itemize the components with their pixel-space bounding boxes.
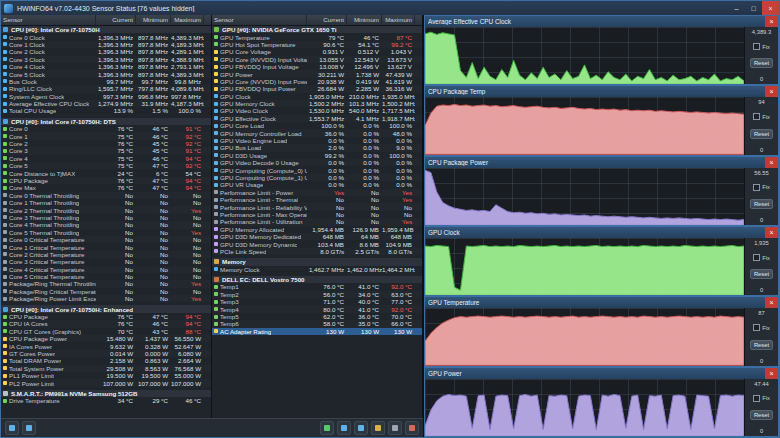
section-header[interactable]: DELL EC: DELL Vostro 7500: [212, 276, 422, 283]
sensor-row[interactable]: CPU IA Cores76 °C46 °C94 °C: [1, 320, 211, 327]
graph-titlebar[interactable]: CPU Package Power ×: [425, 157, 778, 168]
gear-icon[interactable]: [388, 421, 402, 435]
sensor-row[interactable]: Performance Limit - ThermalNoNoYes: [212, 196, 422, 203]
sensor-row[interactable]: Package/Ring Thermal ThrottlingNoNoYes: [1, 280, 211, 287]
checkbox-icon[interactable]: [753, 113, 760, 120]
sensor-row[interactable]: GPU Computing (Compute_1) Usage0.0 %0.0 …: [212, 174, 422, 181]
sensor-row[interactable]: GT Cores Power0.014 W0.000 W6.080 W: [1, 350, 211, 357]
sensor-row[interactable]: AC Adapter Rating130 W130 W130 W: [212, 328, 422, 335]
maximize-button[interactable]: □: [745, 1, 762, 15]
sensor-row[interactable]: Core 076 °C46 °C91 °C: [1, 125, 211, 132]
close-icon[interactable]: ×: [765, 157, 778, 168]
sensor-row[interactable]: Core 475 °C46 °C94 °C: [1, 155, 211, 162]
sensor-row[interactable]: Temp256.0 °C34.0 °C63.0 °C: [212, 291, 422, 298]
sensor-row[interactable]: Core 1 Clock1,396.3 MHz897.8 MHz4,189.3 …: [1, 41, 211, 48]
sensor-row[interactable]: GPU Core (NVVDD) Input Voltage13.055 V12…: [212, 56, 422, 63]
sensor-row[interactable]: Core 5 Critical TemperatureNoNoNo: [1, 273, 211, 280]
sensor-row[interactable]: PCIe Link Speed8.0 GT/s2.5 GT/s8.0 GT/s: [212, 248, 422, 255]
reset-button[interactable]: Reset: [750, 58, 773, 68]
close-icon[interactable]: ×: [765, 227, 778, 238]
sensor-row[interactable]: Core 2 Clock1,396.3 MHz897.8 MHz4,289.1 …: [1, 48, 211, 55]
column-header-sensor[interactable]: Sensor: [212, 15, 307, 25]
sensor-row[interactable]: PL2 Power Limit107.000 W107.000 W107.000…: [1, 379, 211, 386]
sensor-row[interactable]: Drive Temperature34 °C29 °C46 °C: [1, 397, 211, 404]
sensor-row[interactable]: Bus Clock99.7 MHz99.7 MHz99.8 MHz: [1, 78, 211, 85]
column-header-current[interactable]: Current: [307, 15, 347, 25]
sensor-row[interactable]: Core 3 Clock1,396.3 MHz897.8 MHz4,388.9 …: [1, 56, 211, 63]
checkbox-icon[interactable]: [753, 324, 760, 331]
fix-checkbox[interactable]: Fix: [753, 43, 770, 50]
fix-checkbox[interactable]: Fix: [753, 113, 770, 120]
sensor-row[interactable]: Core 3 Thermal ThrottlingNoNoNo: [1, 214, 211, 221]
sensor-row[interactable]: GPU Effective Clock1,553.7 MHz4.1 MHz1,9…: [212, 115, 422, 122]
graph-titlebar[interactable]: GPU Temperature ×: [425, 297, 778, 308]
sensor-row[interactable]: Memory Clock1,462.7 MHz1,462.0 MHz1,464.…: [212, 266, 422, 273]
sensor-row[interactable]: Performance Limit - PowerYesNoYes: [212, 189, 422, 196]
fix-checkbox[interactable]: Fix: [753, 254, 770, 261]
checkbox-icon[interactable]: [753, 254, 760, 261]
sensor-row[interactable]: GPU Clock1,905.0 MHz210.0 MHz1,935.0 MHz: [212, 93, 422, 100]
sensor-row[interactable]: CPU Package76 °C47 °C94 °C: [1, 313, 211, 320]
column-header-sensor[interactable]: Sensor: [1, 15, 96, 25]
reset-button[interactable]: Reset: [750, 410, 773, 420]
sensor-row[interactable]: Performance Limit - Reliability VoltageN…: [212, 203, 422, 210]
sensor-row[interactable]: Core 2 Critical TemperatureNoNoNo: [1, 251, 211, 258]
sensor-row[interactable]: GPU Power30.211 W1.738 W47.439 W: [212, 70, 422, 77]
graph-titlebar[interactable]: GPU Clock ×: [425, 227, 778, 238]
sensor-row[interactable]: Core 5 Clock1,396.3 MHz897.8 MHz4,389.3 …: [1, 70, 211, 77]
reset-button[interactable]: Reset: [750, 199, 773, 209]
sensor-row[interactable]: Temp658.0 °C35.0 °C66.0 °C: [212, 320, 422, 327]
close-icon[interactable]: ×: [765, 368, 778, 379]
sensor-row[interactable]: GPU FBVDDQ Input Power26.684 W2.285 W36.…: [212, 85, 422, 92]
window-titlebar[interactable]: HWiNFO64 v7.02-4430 Sensor Status [76 va…: [1, 1, 779, 15]
column-header-minimum[interactable]: Minimum: [347, 15, 382, 25]
fix-checkbox[interactable]: Fix: [753, 395, 770, 402]
column-header-current[interactable]: Current: [96, 15, 136, 25]
sensor-row[interactable]: Core 4 Critical TemperatureNoNoNo: [1, 266, 211, 273]
graph-titlebar[interactable]: Average Effective CPU Clock ×: [425, 16, 778, 27]
checkbox-icon[interactable]: [753, 395, 760, 402]
sensor-row[interactable]: System Agent Clock997.3 MHz996.8 MHz997.…: [1, 93, 211, 100]
section-header[interactable]: CPU [#0]: Intel Core i7-10750H: Enhanced: [1, 305, 211, 312]
section-header[interactable]: CPU [#0]: Intel Core i7-10750H: [1, 26, 211, 33]
sensor-row[interactable]: Package/Ring Critical TemperatureNoNoNo: [1, 288, 211, 295]
column-header-minimum[interactable]: Minimum: [136, 15, 171, 25]
sensor-row[interactable]: GPU D3D Usage99.2 %0.0 %100.0 %: [212, 152, 422, 159]
clock-reset-icon[interactable]: [354, 421, 368, 435]
sensor-row[interactable]: CPU GT Cores (Graphics)70 °C43 °C88 °C: [1, 328, 211, 335]
section-header[interactable]: CPU [#0]: Intel Core i7-10750H: DTS: [1, 118, 211, 125]
sensor-row[interactable]: Ring/LLC Clock1,595.7 MHz797.8 MHz4,089.…: [1, 85, 211, 92]
sensor-row[interactable]: GPU VR Usage0.0 %0.0 %0.0 %: [212, 181, 422, 188]
section-header[interactable]: GPU [#0]: NVIDIA GeForce GTX 1650 Ti: [212, 26, 422, 33]
graph-titlebar[interactable]: GPU Power ×: [425, 368, 778, 379]
sensor-row[interactable]: GPU FBVDDQ Input Voltage13.008 V12.496 V…: [212, 63, 422, 70]
section-header[interactable]: Memory: [212, 258, 422, 265]
sensor-row[interactable]: CPU Package76 °C47 °C94 °C: [1, 177, 211, 184]
sensor-row[interactable]: GPU D3D Memory Dedicated648 MB64 MB648 M…: [212, 233, 422, 240]
sensor-row[interactable]: GPU Memory Allocated1,954.4 MB126.9 MB1,…: [212, 226, 422, 233]
sensor-row[interactable]: Core 375 °C45 °C91 °C: [1, 147, 211, 154]
sensor-row[interactable]: PL1 Power Limit19.500 W19.500 W55.000 W: [1, 372, 211, 379]
sensor-row[interactable]: Core Distance to TjMAX24 °C6 °C54 °C: [1, 169, 211, 176]
fix-checkbox[interactable]: Fix: [753, 324, 770, 331]
fix-checkbox[interactable]: Fix: [753, 184, 770, 191]
sensor-row[interactable]: Performance Limit - UtilizationNoNoYes: [212, 218, 422, 225]
sensor-row[interactable]: Core 575 °C47 °C92 °C: [1, 162, 211, 169]
sensor-row[interactable]: Core 175 °C46 °C92 °C: [1, 132, 211, 139]
pin-icon[interactable]: [405, 421, 419, 435]
sensor-row[interactable]: GPU Core (NVVDD) Input Power20.938 W0.41…: [212, 78, 422, 85]
sensor-row[interactable]: GPU Video Engine Load0.0 %0.0 %0.0 %: [212, 137, 422, 144]
sensor-row[interactable]: Core 4 Clock1,396.3 MHz897.8 MHz2,793.1 …: [1, 63, 211, 70]
sensor-row[interactable]: Core 0 Thermal ThrottlingNoNoNo: [1, 192, 211, 199]
reset-button[interactable]: Reset: [750, 340, 773, 350]
column-header-maximum[interactable]: Maximum: [171, 15, 204, 25]
close-icon[interactable]: ×: [765, 297, 778, 308]
sensor-row[interactable]: GPU Video Clock1,530.0 MHz540.0 MHz1,717…: [212, 107, 422, 114]
graph-titlebar[interactable]: CPU Package Temp ×: [425, 86, 778, 97]
column-header-maximum[interactable]: Maximum: [382, 15, 415, 25]
graph-icon[interactable]: [320, 421, 334, 435]
sensor-row[interactable]: GPU Memory Controller Load36.0 %0.0 %48.…: [212, 129, 422, 136]
sensor-row[interactable]: GPU Video Decode 0 Usage0.0 %0.0 %0.0 %: [212, 159, 422, 166]
sensor-row[interactable]: GPU Core Voltage0.931 V0.512 V1.043 V: [212, 48, 422, 55]
sensor-row[interactable]: Core 5 Thermal ThrottlingNoNoYes: [1, 229, 211, 236]
